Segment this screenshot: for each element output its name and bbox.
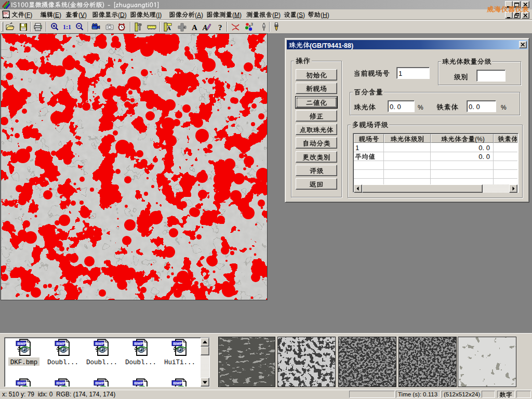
svg-text:BMP: BMP [134,341,143,346]
svg-text:BMP: BMP [173,341,182,346]
svg-text:BMP: BMP [95,341,104,346]
svg-text:BMP: BMP [56,381,65,385]
svg-text:?: ? [218,23,222,32]
svg-text:BMP: BMP [173,381,182,385]
svg-text:BMP: BMP [17,341,26,346]
svg-text:A: A [167,25,171,31]
svg-text:1:1: 1:1 [63,23,71,31]
svg-text:BMP: BMP [95,381,104,385]
svg-text:BMP: BMP [134,381,143,385]
svg-text:a: a [249,24,251,28]
svg-text:3: 3 [251,22,253,26]
svg-text:BMP: BMP [17,381,26,385]
svg-text:A: A [192,23,197,32]
svg-text:BMP: BMP [56,341,65,346]
